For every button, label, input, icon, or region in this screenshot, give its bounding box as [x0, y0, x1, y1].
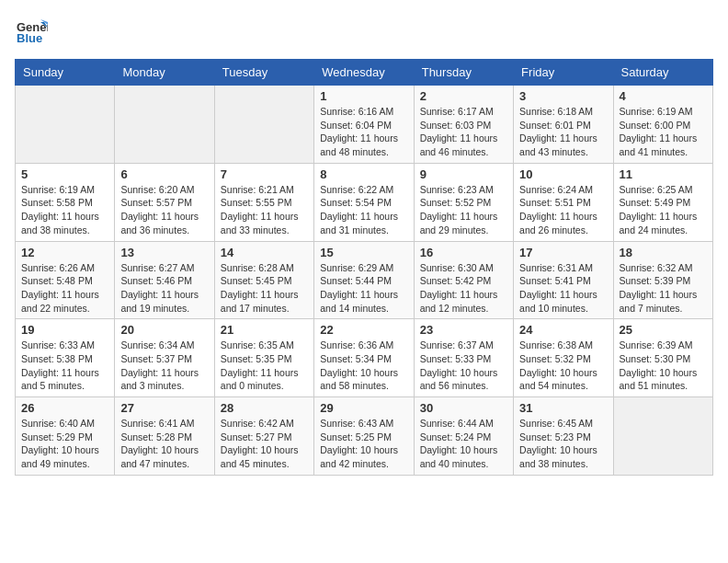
- calendar-cell: 20Sunrise: 6:34 AM Sunset: 5:37 PM Dayli…: [115, 319, 214, 397]
- calendar-cell: 11Sunrise: 6:25 AM Sunset: 5:49 PM Dayli…: [613, 163, 712, 241]
- weekday-header: Friday: [514, 60, 613, 86]
- day-info: Sunrise: 6:23 AM Sunset: 5:52 PM Dayligh…: [420, 183, 507, 237]
- svg-text:Blue: Blue: [17, 31, 42, 45]
- day-info: Sunrise: 6:44 AM Sunset: 5:24 PM Dayligh…: [420, 417, 507, 471]
- day-info: Sunrise: 6:33 AM Sunset: 5:38 PM Dayligh…: [21, 339, 108, 393]
- day-info: Sunrise: 6:45 AM Sunset: 5:23 PM Dayligh…: [519, 417, 607, 471]
- calendar-cell: [214, 86, 313, 164]
- calendar-cell: 27Sunrise: 6:41 AM Sunset: 5:28 PM Dayli…: [115, 397, 214, 476]
- day-number: 28: [221, 401, 308, 415]
- day-info: Sunrise: 6:34 AM Sunset: 5:37 PM Dayligh…: [120, 339, 208, 393]
- day-number: 1: [320, 89, 407, 103]
- calendar-cell: 24Sunrise: 6:38 AM Sunset: 5:32 PM Dayli…: [514, 319, 613, 397]
- day-number: 7: [221, 167, 308, 181]
- weekday-row: SundayMondayTuesdayWednesdayThursdayFrid…: [16, 60, 713, 86]
- logo-icon: General Blue: [15, 15, 48, 48]
- calendar-cell: [115, 86, 214, 164]
- day-info: Sunrise: 6:37 AM Sunset: 5:33 PM Dayligh…: [420, 339, 507, 393]
- day-info: Sunrise: 6:24 AM Sunset: 5:51 PM Dayligh…: [519, 183, 607, 237]
- calendar-cell: 19Sunrise: 6:33 AM Sunset: 5:38 PM Dayli…: [16, 319, 115, 397]
- day-number: 31: [519, 401, 607, 415]
- logo: General Blue: [15, 15, 51, 48]
- calendar-cell: 23Sunrise: 6:37 AM Sunset: 5:33 PM Dayli…: [414, 319, 513, 397]
- weekday-header: Thursday: [414, 60, 513, 86]
- page-header: General Blue: [15, 15, 713, 48]
- weekday-header: Wednesday: [314, 60, 414, 86]
- day-info: Sunrise: 6:41 AM Sunset: 5:28 PM Dayligh…: [120, 417, 208, 471]
- day-number: 20: [120, 323, 208, 337]
- day-number: 26: [21, 401, 108, 415]
- calendar-cell: 30Sunrise: 6:44 AM Sunset: 5:24 PM Dayli…: [414, 397, 513, 476]
- day-number: 9: [420, 167, 507, 181]
- day-number: 22: [320, 323, 407, 337]
- calendar-cell: 18Sunrise: 6:32 AM Sunset: 5:39 PM Dayli…: [613, 241, 712, 319]
- calendar-cell: [16, 86, 115, 164]
- calendar-cell: 9Sunrise: 6:23 AM Sunset: 5:52 PM Daylig…: [414, 163, 513, 241]
- day-info: Sunrise: 6:35 AM Sunset: 5:35 PM Dayligh…: [221, 339, 308, 393]
- day-info: Sunrise: 6:42 AM Sunset: 5:27 PM Dayligh…: [221, 417, 308, 471]
- day-number: 10: [519, 167, 607, 181]
- day-info: Sunrise: 6:29 AM Sunset: 5:44 PM Dayligh…: [320, 261, 407, 316]
- day-number: 24: [519, 323, 607, 337]
- calendar-cell: 17Sunrise: 6:31 AM Sunset: 5:41 PM Dayli…: [514, 241, 613, 319]
- day-info: Sunrise: 6:19 AM Sunset: 6:00 PM Dayligh…: [620, 105, 707, 159]
- day-info: Sunrise: 6:36 AM Sunset: 5:34 PM Dayligh…: [320, 339, 407, 393]
- calendar-cell: 1Sunrise: 6:16 AM Sunset: 6:04 PM Daylig…: [314, 86, 414, 164]
- day-number: 4: [620, 89, 707, 103]
- day-number: 6: [120, 167, 208, 181]
- day-number: 2: [420, 89, 507, 103]
- day-info: Sunrise: 6:22 AM Sunset: 5:54 PM Dayligh…: [320, 183, 407, 237]
- day-number: 30: [420, 401, 507, 415]
- day-info: Sunrise: 6:30 AM Sunset: 5:42 PM Dayligh…: [420, 261, 507, 316]
- calendar-cell: 31Sunrise: 6:45 AM Sunset: 5:23 PM Dayli…: [514, 397, 613, 476]
- day-number: 29: [320, 401, 407, 415]
- calendar-cell: 5Sunrise: 6:19 AM Sunset: 5:58 PM Daylig…: [16, 163, 115, 241]
- calendar-cell: 4Sunrise: 6:19 AM Sunset: 6:00 PM Daylig…: [613, 86, 712, 164]
- day-number: 3: [519, 89, 607, 103]
- calendar-cell: 10Sunrise: 6:24 AM Sunset: 5:51 PM Dayli…: [514, 163, 613, 241]
- day-number: 5: [21, 167, 108, 181]
- day-info: Sunrise: 6:32 AM Sunset: 5:39 PM Dayligh…: [620, 261, 707, 316]
- calendar-cell: 14Sunrise: 6:28 AM Sunset: 5:45 PM Dayli…: [214, 241, 313, 319]
- calendar-cell: 28Sunrise: 6:42 AM Sunset: 5:27 PM Dayli…: [214, 397, 313, 476]
- calendar-week-row: 19Sunrise: 6:33 AM Sunset: 5:38 PM Dayli…: [16, 319, 713, 397]
- day-number: 25: [620, 323, 707, 337]
- calendar-cell: 15Sunrise: 6:29 AM Sunset: 5:44 PM Dayli…: [314, 241, 414, 319]
- day-info: Sunrise: 6:20 AM Sunset: 5:57 PM Dayligh…: [120, 183, 208, 237]
- calendar-body: 1Sunrise: 6:16 AM Sunset: 6:04 PM Daylig…: [16, 86, 713, 476]
- calendar-cell: 7Sunrise: 6:21 AM Sunset: 5:55 PM Daylig…: [214, 163, 313, 241]
- calendar-week-row: 1Sunrise: 6:16 AM Sunset: 6:04 PM Daylig…: [16, 86, 713, 164]
- day-number: 11: [620, 167, 707, 181]
- day-number: 18: [620, 246, 707, 259]
- calendar-cell: 22Sunrise: 6:36 AM Sunset: 5:34 PM Dayli…: [314, 319, 414, 397]
- calendar-week-row: 12Sunrise: 6:26 AM Sunset: 5:48 PM Dayli…: [16, 241, 713, 319]
- day-info: Sunrise: 6:21 AM Sunset: 5:55 PM Dayligh…: [221, 183, 308, 237]
- day-info: Sunrise: 6:17 AM Sunset: 6:03 PM Dayligh…: [420, 105, 507, 159]
- calendar-cell: [613, 397, 712, 476]
- day-info: Sunrise: 6:19 AM Sunset: 5:58 PM Dayligh…: [21, 183, 108, 237]
- day-info: Sunrise: 6:26 AM Sunset: 5:48 PM Dayligh…: [21, 261, 108, 316]
- calendar-cell: 12Sunrise: 6:26 AM Sunset: 5:48 PM Dayli…: [16, 241, 115, 319]
- calendar-cell: 26Sunrise: 6:40 AM Sunset: 5:29 PM Dayli…: [16, 397, 115, 476]
- day-number: 16: [420, 246, 507, 259]
- day-info: Sunrise: 6:40 AM Sunset: 5:29 PM Dayligh…: [21, 417, 108, 471]
- day-info: Sunrise: 6:38 AM Sunset: 5:32 PM Dayligh…: [519, 339, 607, 393]
- calendar-header: SundayMondayTuesdayWednesdayThursdayFrid…: [16, 60, 713, 86]
- day-info: Sunrise: 6:43 AM Sunset: 5:25 PM Dayligh…: [320, 417, 407, 471]
- calendar-cell: 29Sunrise: 6:43 AM Sunset: 5:25 PM Dayli…: [314, 397, 414, 476]
- day-info: Sunrise: 6:18 AM Sunset: 6:01 PM Dayligh…: [519, 105, 607, 159]
- calendar-cell: 6Sunrise: 6:20 AM Sunset: 5:57 PM Daylig…: [115, 163, 214, 241]
- day-number: 27: [120, 401, 208, 415]
- day-info: Sunrise: 6:25 AM Sunset: 5:49 PM Dayligh…: [620, 183, 707, 237]
- day-number: 19: [21, 323, 108, 337]
- weekday-header: Sunday: [16, 60, 115, 86]
- day-number: 12: [21, 246, 108, 259]
- day-number: 21: [221, 323, 308, 337]
- calendar-cell: 25Sunrise: 6:39 AM Sunset: 5:30 PM Dayli…: [613, 319, 712, 397]
- day-number: 8: [320, 167, 407, 181]
- calendar-week-row: 26Sunrise: 6:40 AM Sunset: 5:29 PM Dayli…: [16, 397, 713, 476]
- day-info: Sunrise: 6:28 AM Sunset: 5:45 PM Dayligh…: [221, 261, 308, 316]
- calendar-week-row: 5Sunrise: 6:19 AM Sunset: 5:58 PM Daylig…: [16, 163, 713, 241]
- day-number: 23: [420, 323, 507, 337]
- calendar-cell: 3Sunrise: 6:18 AM Sunset: 6:01 PM Daylig…: [514, 86, 613, 164]
